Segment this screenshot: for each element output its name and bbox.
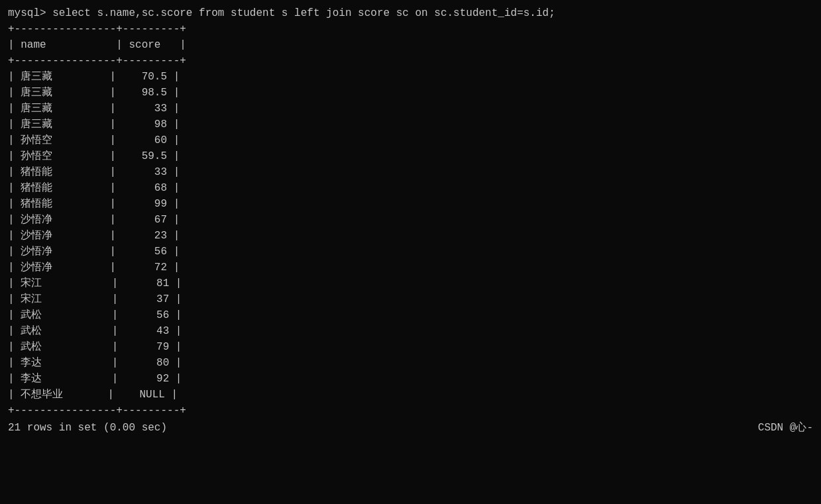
table-row: | 唐三藏 | 98 | xyxy=(8,117,813,132)
watermark: CSDN @心- xyxy=(758,420,813,436)
sql-command: mysql> select s.name,sc.score from stude… xyxy=(8,5,813,21)
table-row: | 宋江 | 37 | xyxy=(8,291,813,307)
status-line: 21 rows in set (0.00 sec) CSDN @心- xyxy=(8,420,813,436)
table-row: | 猪悟能 | 68 | xyxy=(8,180,813,196)
table-row: | 唐三藏 | 98.5 | xyxy=(8,85,813,101)
table-row: | 不想毕业 | NULL | xyxy=(8,387,813,403)
table-row: | 猪悟能 | 99 | xyxy=(8,196,813,212)
table-row: | 猪悟能 | 33 | xyxy=(8,164,813,180)
table-row: | 武松 | 43 | xyxy=(8,323,813,339)
table-border-bottom: +----------------+---------+ xyxy=(8,403,813,419)
table-row: | 武松 | 79 | xyxy=(8,339,813,355)
table-row: | 沙悟净 | 72 | xyxy=(8,260,813,276)
terminal-window: mysql> select s.name,sc.score from stude… xyxy=(8,5,813,499)
table-row: | 沙悟净 | 56 | xyxy=(8,244,813,260)
table-row: | 唐三藏 | 33 | xyxy=(8,101,813,117)
table-row: | 唐三藏 | 70.5 | xyxy=(8,69,813,85)
row-count: 21 rows in set (0.00 sec) xyxy=(8,420,167,436)
table-row: | 孙悟空 | 60 | xyxy=(8,132,813,148)
table-body: | 唐三藏 | 70.5 || 唐三藏 | 98.5 || 唐三藏 | 33 |… xyxy=(8,69,813,403)
table-header: | name | score | xyxy=(8,37,813,53)
table-border-top: +----------------+---------+ xyxy=(8,21,813,37)
table-row: | 李达 | 92 | xyxy=(8,371,813,387)
table-border-mid: +----------------+---------+ xyxy=(8,53,813,69)
table-row: | 武松 | 56 | xyxy=(8,307,813,323)
table-row: | 李达 | 80 | xyxy=(8,355,813,371)
table-row: | 孙悟空 | 59.5 | xyxy=(8,148,813,164)
table-row: | 沙悟净 | 67 | xyxy=(8,212,813,228)
table-row: | 沙悟净 | 23 | xyxy=(8,228,813,244)
table-row: | 宋江 | 81 | xyxy=(8,276,813,291)
